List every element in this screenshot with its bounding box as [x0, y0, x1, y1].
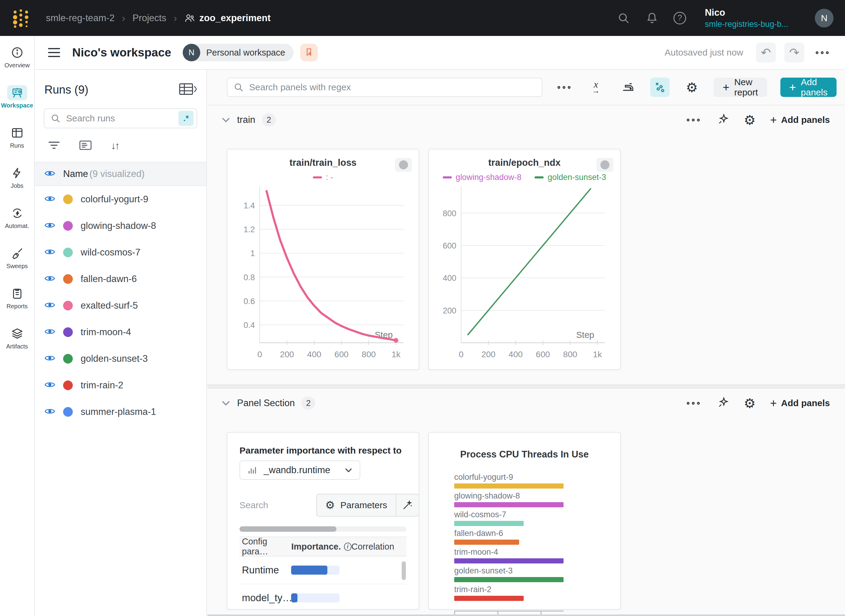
- panel-parameter-importance[interactable]: Parameter importance with respect to _wa…: [227, 432, 419, 610]
- section-train-header[interactable]: train 2 Add panels: [207, 106, 845, 134]
- drag-handle[interactable]: [596, 158, 613, 172]
- workspace-overflow-menu-icon[interactable]: [813, 51, 832, 54]
- avatar[interactable]: N: [815, 9, 833, 28]
- parameters-button[interactable]: Parameters: [317, 494, 396, 516]
- run-row[interactable]: trim-moon-4: [35, 319, 206, 345]
- user-team-link[interactable]: smle-registries-bug-b...: [705, 20, 788, 29]
- run-row[interactable]: fallen-dawn-6: [35, 266, 206, 292]
- section-settings-gear-icon[interactable]: [744, 112, 756, 128]
- vertical-scrollbar[interactable]: [402, 561, 406, 580]
- horizontal-scrollbar[interactable]: [239, 526, 406, 532]
- visibility-eye-icon[interactable]: [44, 328, 55, 337]
- hbar-bar[interactable]: [454, 596, 524, 601]
- run-name[interactable]: exalted-surf-5: [81, 300, 138, 311]
- breadcrumb-projects[interactable]: Projects: [133, 13, 166, 23]
- legend-item[interactable]: : -: [313, 172, 333, 182]
- visibility-eye-icon[interactable]: [44, 354, 55, 363]
- line-chart-train-loss[interactable]: 0.40.60.811.21.402004006008001kStep: [234, 183, 412, 364]
- importance-table-row[interactable]: model_ty…: [239, 584, 406, 610]
- hbar-bar[interactable]: [454, 540, 519, 545]
- sidebar-item-artifacts[interactable]: Artifacts: [0, 326, 34, 366]
- run-name[interactable]: fallen-dawn-6: [81, 274, 137, 285]
- expand-run-table-icon[interactable]: [179, 82, 197, 97]
- undo-button[interactable]: [756, 43, 776, 63]
- breadcrumb-team[interactable]: smle-reg-team-2: [46, 13, 114, 23]
- runs-search-input[interactable]: [66, 113, 174, 124]
- hbar-bar[interactable]: [454, 521, 524, 526]
- sidebar-item-workspace[interactable]: Workspace: [0, 85, 34, 125]
- chevron-down-icon[interactable]: [222, 400, 230, 406]
- sort-icon[interactable]: [111, 140, 119, 152]
- visibility-eye-icon[interactable]: [44, 248, 55, 257]
- run-row[interactable]: trim-rain-2: [35, 372, 206, 399]
- section-overflow-menu-icon[interactable]: [684, 402, 703, 405]
- redo-button[interactable]: [784, 43, 804, 63]
- toolbar-overflow-menu-icon[interactable]: [555, 86, 574, 89]
- section-add-panels-button[interactable]: Add panels: [770, 113, 830, 126]
- run-name[interactable]: trim-moon-4: [81, 327, 131, 337]
- line-chart-epoch-ndx[interactable]: 20040060080002004006008001kStep: [435, 183, 614, 364]
- regex-toggle-button[interactable]: .*: [179, 111, 194, 126]
- global-search-icon[interactable]: [617, 11, 631, 25]
- run-row[interactable]: colorful-yogurt-9: [35, 186, 206, 213]
- run-name[interactable]: wild-cosmos-7: [81, 247, 141, 258]
- visibility-eye-icon[interactable]: [44, 221, 55, 230]
- visibility-eye-icon[interactable]: [44, 381, 55, 390]
- toggle-all-eye-icon[interactable]: [44, 169, 55, 179]
- importance-table-row[interactable]: Runtime: [239, 556, 406, 584]
- run-row[interactable]: exalted-surf-5: [35, 292, 206, 319]
- visibility-eye-icon[interactable]: [44, 407, 55, 417]
- run-row[interactable]: summer-plasma-1: [35, 399, 206, 425]
- metric-dropdown[interactable]: _wandb.runtime: [239, 461, 360, 480]
- section-settings-gear-icon[interactable]: [744, 396, 756, 411]
- panel-train-loss[interactable]: train/train_loss : - 0.40.60.811.21.4020…: [227, 149, 419, 370]
- visibility-eye-icon[interactable]: [44, 274, 55, 283]
- run-name[interactable]: summer-plasma-1: [81, 406, 156, 417]
- menu-icon[interactable]: [48, 48, 60, 57]
- section-add-panels-button[interactable]: Add panels: [770, 397, 830, 410]
- visibility-eye-icon[interactable]: [44, 301, 55, 310]
- sparkle-icon[interactable]: [717, 113, 729, 126]
- legend-item[interactable]: glowing-shadow-8: [443, 172, 522, 182]
- run-name[interactable]: glowing-shadow-8: [81, 220, 156, 231]
- workspace-settings-gear-icon[interactable]: [682, 78, 701, 97]
- notifications-bell-icon[interactable]: [645, 11, 659, 25]
- section-overflow-menu-icon[interactable]: [684, 119, 703, 122]
- sidebar-item-reports[interactable]: Reports: [0, 286, 34, 326]
- sidebar-item-overview[interactable]: Overview: [0, 45, 34, 85]
- section-panel-section-header[interactable]: Panel Section 2 Add panels: [207, 389, 845, 418]
- panel-search-input[interactable]: [249, 82, 536, 93]
- chevron-down-icon[interactable]: [222, 117, 230, 123]
- run-name[interactable]: golden-sunset-3: [81, 353, 148, 364]
- clear-workspace-icon[interactable]: [300, 44, 318, 61]
- run-name[interactable]: colorful-yogurt-9: [81, 194, 148, 205]
- panel-cpu-threads[interactable]: Process CPU Threads In Use colorful-yogu…: [428, 432, 621, 610]
- breadcrumb-project[interactable]: zoo_experiment: [184, 13, 271, 23]
- personal-workspace-badge[interactable]: N Personal workspace: [183, 44, 293, 61]
- magic-wand-button[interactable]: [396, 494, 418, 516]
- hbar-bar[interactable]: [454, 483, 563, 488]
- sidebar-item-sweeps[interactable]: Sweeps: [0, 246, 34, 286]
- wandb-logo-icon[interactable]: [12, 8, 30, 28]
- panel-epoch-ndx[interactable]: train/epoch_ndx glowing-shadow-8golden-s…: [428, 149, 621, 370]
- user-info[interactable]: Nico smle-registries-bug-b...: [705, 7, 788, 29]
- group-list-icon[interactable]: [79, 140, 91, 152]
- add-panels-button[interactable]: Add panels: [780, 78, 837, 97]
- outlier-sampling-icon[interactable]: [650, 78, 669, 97]
- new-report-button[interactable]: New report: [714, 78, 767, 97]
- drag-handle[interactable]: [395, 158, 412, 172]
- run-row[interactable]: wild-cosmos-7: [35, 239, 206, 266]
- visibility-eye-icon[interactable]: [44, 195, 55, 204]
- hbar-bar[interactable]: [454, 577, 563, 582]
- sidebar-item-jobs[interactable]: Jobs: [0, 166, 34, 205]
- run-name[interactable]: trim-rain-2: [81, 380, 123, 391]
- help-icon[interactable]: [673, 12, 686, 25]
- smoothing-iron-icon[interactable]: [618, 78, 638, 97]
- filter-icon[interactable]: [48, 140, 60, 152]
- legend-item[interactable]: golden-sunset-3: [534, 172, 606, 182]
- hbar-bar[interactable]: [454, 502, 563, 507]
- parameter-search-placeholder[interactable]: Search: [239, 500, 268, 510]
- sidebar-item-automat[interactable]: Automat.: [0, 205, 34, 246]
- run-row[interactable]: golden-sunset-3: [35, 345, 206, 372]
- run-row[interactable]: glowing-shadow-8: [35, 213, 206, 239]
